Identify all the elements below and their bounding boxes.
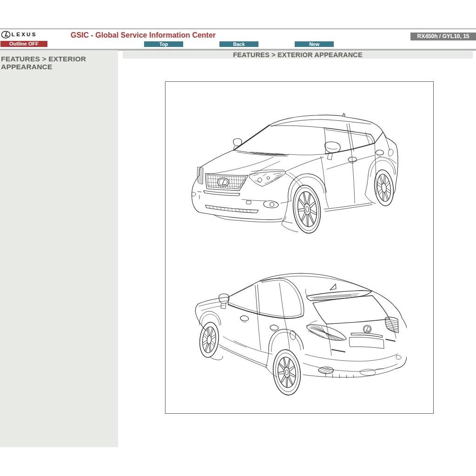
- svg-text:LEXUS: LEXUS: [12, 32, 37, 38]
